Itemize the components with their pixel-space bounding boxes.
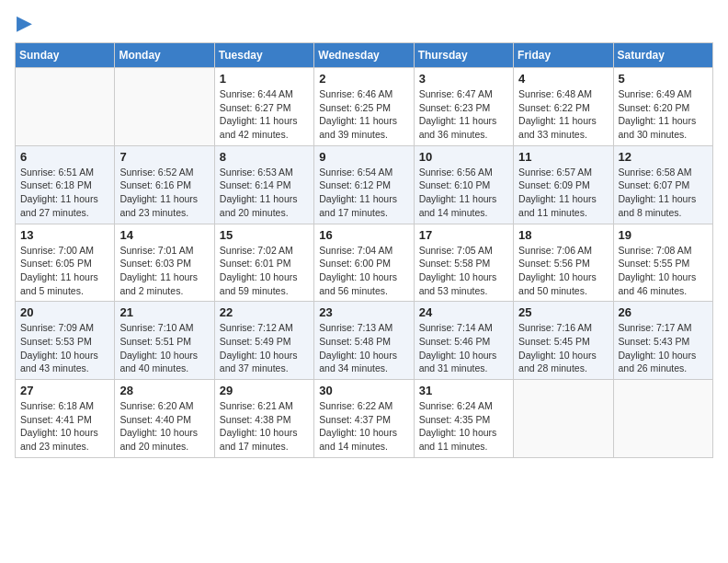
calendar-day-cell: 2Sunrise: 6:46 AM Sunset: 6:25 PM Daylig… bbox=[314, 68, 414, 146]
day-detail: Sunrise: 7:13 AM Sunset: 5:48 PM Dayligh… bbox=[319, 321, 408, 375]
day-detail: Sunrise: 6:18 AM Sunset: 4:41 PM Dayligh… bbox=[20, 399, 109, 454]
day-detail: Sunrise: 7:17 AM Sunset: 5:43 PM Dayligh… bbox=[619, 321, 708, 375]
day-detail: Sunrise: 6:47 AM Sunset: 6:23 PM Dayligh… bbox=[419, 87, 508, 142]
calendar-day-cell: 27Sunrise: 6:18 AM Sunset: 4:41 PM Dayli… bbox=[16, 380, 115, 458]
calendar-day-cell: 3Sunrise: 6:47 AM Sunset: 6:23 PM Daylig… bbox=[414, 68, 513, 146]
day-number: 16 bbox=[319, 228, 408, 242]
calendar-day-cell: 17Sunrise: 7:05 AM Sunset: 5:58 PM Dayli… bbox=[414, 224, 513, 302]
day-number: 10 bbox=[419, 150, 508, 164]
day-detail: Sunrise: 6:51 AM Sunset: 6:18 PM Dayligh… bbox=[20, 166, 109, 220]
day-number: 2 bbox=[319, 72, 408, 86]
day-detail: Sunrise: 7:14 AM Sunset: 5:46 PM Dayligh… bbox=[419, 321, 508, 375]
calendar-day-cell: 4Sunrise: 6:48 AM Sunset: 6:22 PM Daylig… bbox=[514, 68, 613, 146]
day-detail: Sunrise: 7:10 AM Sunset: 5:51 PM Dayligh… bbox=[119, 321, 209, 375]
day-number: 24 bbox=[419, 305, 508, 319]
day-number: 5 bbox=[619, 72, 708, 86]
day-number: 21 bbox=[119, 305, 209, 319]
day-detail: Sunrise: 6:49 AM Sunset: 6:20 PM Dayligh… bbox=[619, 87, 708, 142]
day-number: 19 bbox=[619, 228, 708, 242]
day-detail: Sunrise: 7:01 AM Sunset: 6:03 PM Dayligh… bbox=[119, 244, 209, 298]
calendar-day-cell: 20Sunrise: 7:09 AM Sunset: 5:53 PM Dayli… bbox=[16, 302, 115, 380]
calendar-day-cell: 10Sunrise: 6:56 AM Sunset: 6:10 PM Dayli… bbox=[414, 145, 513, 224]
day-detail: Sunrise: 6:52 AM Sunset: 6:16 PM Dayligh… bbox=[119, 166, 209, 220]
calendar-day-cell: 19Sunrise: 7:08 AM Sunset: 5:55 PM Dayli… bbox=[613, 224, 712, 302]
logo-block: ▶ bbox=[15, 15, 32, 35]
day-detail: Sunrise: 6:58 AM Sunset: 6:07 PM Dayligh… bbox=[619, 166, 708, 220]
calendar-day-cell bbox=[115, 68, 214, 146]
calendar-day-cell: 23Sunrise: 7:13 AM Sunset: 5:48 PM Dayli… bbox=[314, 302, 414, 380]
day-detail: Sunrise: 6:20 AM Sunset: 4:40 PM Dayligh… bbox=[119, 399, 209, 454]
day-number: 17 bbox=[419, 228, 508, 242]
calendar-day-cell: 18Sunrise: 7:06 AM Sunset: 5:56 PM Dayli… bbox=[514, 224, 613, 302]
day-detail: Sunrise: 6:21 AM Sunset: 4:38 PM Dayligh… bbox=[220, 399, 309, 454]
day-detail: Sunrise: 6:56 AM Sunset: 6:10 PM Dayligh… bbox=[419, 166, 508, 220]
calendar-week-row: 1Sunrise: 6:44 AM Sunset: 6:27 PM Daylig… bbox=[16, 68, 713, 146]
day-number: 23 bbox=[319, 305, 408, 319]
day-detail: Sunrise: 7:12 AM Sunset: 5:49 PM Dayligh… bbox=[220, 321, 309, 375]
weekday-header: Tuesday bbox=[214, 43, 313, 68]
day-detail: Sunrise: 6:46 AM Sunset: 6:25 PM Dayligh… bbox=[319, 87, 408, 142]
calendar-day-cell: 28Sunrise: 6:20 AM Sunset: 4:40 PM Dayli… bbox=[115, 380, 214, 458]
calendar-day-cell: 31Sunrise: 6:24 AM Sunset: 4:35 PM Dayli… bbox=[414, 380, 513, 458]
weekday-header: Wednesday bbox=[314, 43, 414, 68]
day-number: 28 bbox=[119, 384, 209, 397]
day-number: 27 bbox=[20, 384, 109, 397]
weekday-header: Monday bbox=[115, 43, 214, 68]
day-detail: Sunrise: 7:05 AM Sunset: 5:58 PM Dayligh… bbox=[419, 244, 508, 298]
day-number: 26 bbox=[619, 305, 708, 319]
calendar-day-cell: 22Sunrise: 7:12 AM Sunset: 5:49 PM Dayli… bbox=[214, 302, 313, 380]
day-number: 15 bbox=[220, 228, 309, 242]
weekday-header: Friday bbox=[514, 43, 613, 68]
day-detail: Sunrise: 6:48 AM Sunset: 6:22 PM Dayligh… bbox=[518, 87, 608, 142]
page-header: ▶ bbox=[15, 15, 713, 35]
day-number: 20 bbox=[20, 305, 109, 319]
day-detail: Sunrise: 6:22 AM Sunset: 4:37 PM Dayligh… bbox=[319, 399, 408, 454]
calendar-day-cell: 16Sunrise: 7:04 AM Sunset: 6:00 PM Dayli… bbox=[314, 224, 414, 302]
day-number: 22 bbox=[220, 305, 309, 319]
calendar-table: SundayMondayTuesdayWednesdayThursdayFrid… bbox=[15, 42, 713, 458]
day-detail: Sunrise: 7:16 AM Sunset: 5:45 PM Dayligh… bbox=[518, 321, 608, 375]
calendar-day-cell: 25Sunrise: 7:16 AM Sunset: 5:45 PM Dayli… bbox=[514, 302, 613, 380]
day-number: 18 bbox=[518, 228, 608, 242]
day-detail: Sunrise: 6:44 AM Sunset: 6:27 PM Dayligh… bbox=[220, 87, 309, 142]
day-number: 25 bbox=[518, 305, 608, 319]
calendar-day-cell: 1Sunrise: 6:44 AM Sunset: 6:27 PM Daylig… bbox=[214, 68, 313, 146]
calendar-day-cell bbox=[613, 380, 712, 458]
day-number: 12 bbox=[619, 150, 708, 164]
calendar-day-cell: 29Sunrise: 6:21 AM Sunset: 4:38 PM Dayli… bbox=[214, 380, 313, 458]
calendar-day-cell: 14Sunrise: 7:01 AM Sunset: 6:03 PM Dayli… bbox=[115, 224, 214, 302]
logo: ▶ bbox=[15, 15, 32, 35]
day-number: 6 bbox=[20, 150, 109, 164]
calendar-day-cell: 13Sunrise: 7:00 AM Sunset: 6:05 PM Dayli… bbox=[16, 224, 115, 302]
calendar-day-cell: 24Sunrise: 7:14 AM Sunset: 5:46 PM Dayli… bbox=[414, 302, 513, 380]
day-detail: Sunrise: 7:02 AM Sunset: 6:01 PM Dayligh… bbox=[220, 244, 309, 298]
weekday-header: Saturday bbox=[613, 43, 712, 68]
day-number: 8 bbox=[220, 150, 309, 164]
logo-bird-icon: ▶ bbox=[17, 11, 32, 35]
calendar-day-cell: 9Sunrise: 6:54 AM Sunset: 6:12 PM Daylig… bbox=[314, 145, 414, 224]
day-number: 3 bbox=[419, 72, 508, 86]
day-detail: Sunrise: 6:24 AM Sunset: 4:35 PM Dayligh… bbox=[419, 399, 508, 454]
day-detail: Sunrise: 7:04 AM Sunset: 6:00 PM Dayligh… bbox=[319, 244, 408, 298]
day-detail: Sunrise: 7:06 AM Sunset: 5:56 PM Dayligh… bbox=[518, 244, 608, 298]
calendar-day-cell: 11Sunrise: 6:57 AM Sunset: 6:09 PM Dayli… bbox=[514, 145, 613, 224]
day-detail: Sunrise: 6:54 AM Sunset: 6:12 PM Dayligh… bbox=[319, 166, 408, 220]
calendar-day-cell: 26Sunrise: 7:17 AM Sunset: 5:43 PM Dayli… bbox=[613, 302, 712, 380]
day-number: 9 bbox=[319, 150, 408, 164]
day-number: 31 bbox=[419, 384, 508, 397]
day-number: 11 bbox=[518, 150, 608, 164]
day-detail: Sunrise: 6:53 AM Sunset: 6:14 PM Dayligh… bbox=[220, 166, 309, 220]
calendar-week-row: 13Sunrise: 7:00 AM Sunset: 6:05 PM Dayli… bbox=[16, 224, 713, 302]
calendar-day-cell: 30Sunrise: 6:22 AM Sunset: 4:37 PM Dayli… bbox=[314, 380, 414, 458]
calendar-header-row: SundayMondayTuesdayWednesdayThursdayFrid… bbox=[16, 43, 713, 68]
calendar-day-cell: 21Sunrise: 7:10 AM Sunset: 5:51 PM Dayli… bbox=[115, 302, 214, 380]
day-detail: Sunrise: 7:00 AM Sunset: 6:05 PM Dayligh… bbox=[20, 244, 109, 298]
calendar-week-row: 27Sunrise: 6:18 AM Sunset: 4:41 PM Dayli… bbox=[16, 380, 713, 458]
calendar-week-row: 6Sunrise: 6:51 AM Sunset: 6:18 PM Daylig… bbox=[16, 145, 713, 224]
day-detail: Sunrise: 7:09 AM Sunset: 5:53 PM Dayligh… bbox=[20, 321, 109, 375]
day-number: 7 bbox=[119, 150, 209, 164]
calendar-day-cell: 7Sunrise: 6:52 AM Sunset: 6:16 PM Daylig… bbox=[115, 145, 214, 224]
calendar-day-cell bbox=[16, 68, 115, 146]
weekday-header: Sunday bbox=[16, 43, 115, 68]
day-number: 4 bbox=[518, 72, 608, 86]
